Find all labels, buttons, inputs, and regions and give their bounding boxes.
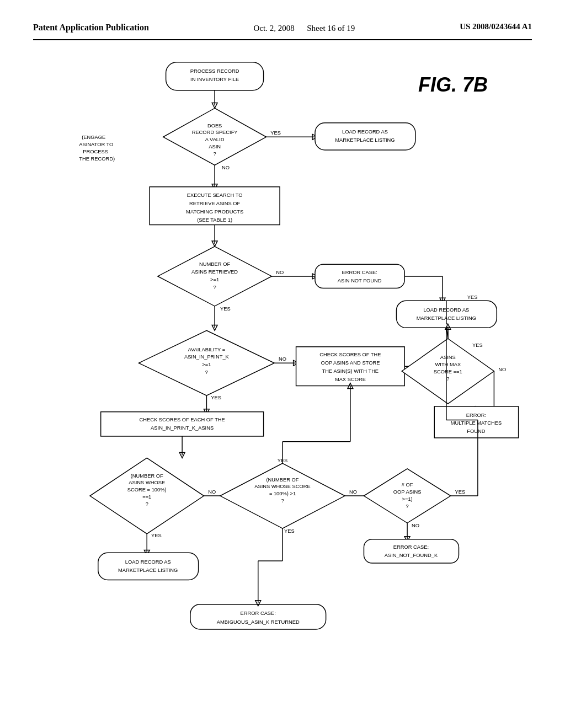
svg-text:NO: NO: [276, 270, 284, 275]
svg-text:ASIN: ASIN: [209, 143, 221, 149]
svg-rect-128: [364, 539, 459, 563]
svg-text:MARKETPLACE LISTING: MARKETPLACE LISTING: [118, 567, 178, 572]
svg-text:THE RECORD): THE RECORD): [79, 156, 115, 161]
svg-text:YES: YES: [467, 295, 478, 300]
svg-text:?: ?: [281, 497, 284, 503]
svg-text:(SEE TABLE 1): (SEE TABLE 1): [197, 217, 232, 222]
svg-text:FOUND: FOUND: [467, 429, 485, 434]
publication-title: Patent Application Publication: [33, 22, 149, 34]
flowchart-area: FIG. 7B text { font-family: Arial, Helve…: [33, 51, 532, 691]
svg-text:(NUMBER OF: (NUMBER OF: [131, 473, 163, 478]
svg-text:ASINATOR TO: ASINATOR TO: [79, 142, 113, 147]
svg-text:YES: YES: [270, 130, 281, 136]
svg-text:YES: YES: [151, 532, 162, 538]
svg-text:MAX SCORE: MAX SCORE: [335, 376, 366, 382]
svg-text:IN INVENTORY FILE: IN INVENTORY FILE: [190, 77, 239, 82]
svg-text:NO: NO: [349, 489, 357, 495]
svg-text:A VALID: A VALID: [205, 137, 225, 142]
svg-text:ASINS WHOSE SCORE: ASINS WHOSE SCORE: [254, 484, 311, 489]
svg-text:ASIN_NOT_FOUND_K: ASIN_NOT_FOUND_K: [385, 553, 438, 558]
svg-text:AVAILABILITY =: AVAILABILITY =: [188, 346, 226, 352]
svg-text:NO: NO: [498, 367, 506, 372]
svg-text:>=1: >=1: [202, 362, 211, 367]
svg-text:PROCESS: PROCESS: [83, 148, 108, 154]
svg-text:THE ASIN(S) WITH THE: THE ASIN(S) WITH THE: [322, 368, 379, 373]
svg-rect-93: [101, 411, 264, 436]
svg-text:ASIN NOT FOUND: ASIN NOT FOUND: [338, 277, 382, 283]
svg-text:PROCESS RECORD: PROCESS RECORD: [190, 68, 239, 74]
header-center: Oct. 2, 2008 Sheet 16 of 19: [254, 22, 355, 35]
svg-text:RECORD SPECIFY: RECORD SPECIFY: [192, 130, 238, 135]
svg-text:ASIN_IN_PRINT_K_ASINS: ASIN_IN_PRINT_K_ASINS: [151, 425, 214, 431]
svg-text:CHECK SCORES OF EACH OF THE: CHECK SCORES OF EACH OF THE: [139, 417, 225, 422]
svg-text:NO: NO: [279, 356, 286, 362]
svg-text:OOP ASINS: OOP ASINS: [393, 489, 422, 495]
svg-text:SCORE ==1: SCORE ==1: [434, 368, 462, 374]
svg-text:NUMBER OF: NUMBER OF: [199, 261, 230, 267]
flowchart-svg: text { font-family: Arial, Helvetica, sa…: [33, 51, 532, 691]
svg-text:ASINS RETRIEVED: ASINS RETRIEVED: [191, 269, 238, 275]
svg-text:?: ?: [214, 151, 216, 156]
svg-text:?: ?: [205, 369, 208, 374]
publication-date: Oct. 2, 2008: [254, 24, 295, 33]
svg-text:LOAD RECORD AS: LOAD RECORD AS: [125, 559, 171, 564]
svg-text:OOP ASINS AND STORE: OOP ASINS AND STORE: [321, 360, 380, 366]
page: Patent Application Publication Oct. 2, 2…: [0, 0, 565, 728]
svg-text:RETRIEVE ASINS OF: RETRIEVE ASINS OF: [189, 201, 241, 206]
svg-text:CHECK SCORES OF THE: CHECK SCORES OF THE: [319, 352, 381, 357]
svg-text:YES: YES: [472, 342, 483, 347]
svg-text:YES: YES: [284, 528, 295, 533]
svg-text:DOES: DOES: [207, 122, 222, 128]
svg-text:>=1: >=1: [210, 276, 219, 282]
svg-text:YES: YES: [455, 489, 466, 495]
svg-text:AMBIGUOUS_ASIN_K RETURNED: AMBIGUOUS_ASIN_K RETURNED: [217, 619, 300, 625]
svg-text:?: ?: [146, 501, 148, 506]
svg-text:EXECUTE SEARCH TO: EXECUTE SEARCH TO: [187, 192, 243, 198]
svg-text:MATCHING PRODUCTS: MATCHING PRODUCTS: [186, 208, 243, 214]
sheet-number: Sheet 16 of 19: [307, 24, 355, 33]
svg-text:>=1): >=1): [402, 496, 413, 501]
patent-number: US 2008/0243644 A1: [460, 22, 532, 31]
svg-text:ASINS: ASINS: [440, 355, 456, 360]
svg-text:ASIN_IN_PRINT_K: ASIN_IN_PRINT_K: [184, 354, 230, 360]
svg-rect-14: [315, 122, 415, 149]
svg-text:ERROR CASE:: ERROR CASE:: [393, 544, 429, 550]
svg-rect-39: [315, 264, 404, 288]
svg-text:ASINS WHOSE: ASINS WHOSE: [129, 480, 165, 485]
svg-rect-142: [190, 604, 326, 629]
svg-text:?: ?: [406, 503, 409, 508]
svg-text:(ENGAGE: (ENGAGE: [82, 135, 105, 140]
svg-text:= 100%) >1: = 100%) >1: [269, 491, 296, 496]
svg-text:LOAD RECORD AS: LOAD RECORD AS: [342, 129, 388, 135]
svg-text:ERROR CASE:: ERROR CASE:: [241, 611, 276, 616]
svg-text:(NUMBER OF: (NUMBER OF: [266, 477, 299, 482]
svg-text:# OF: # OF: [402, 482, 413, 488]
svg-text:ERROR CASE:: ERROR CASE:: [342, 270, 377, 275]
svg-text:ERROR:: ERROR:: [466, 412, 486, 417]
svg-text:MULTIPLE MATCHES: MULTIPLE MATCHES: [451, 420, 502, 426]
svg-text:YES: YES: [220, 306, 231, 311]
svg-text:WITH MAX: WITH MAX: [435, 362, 461, 367]
svg-text:NO: NO: [208, 489, 216, 495]
svg-text:?: ?: [214, 284, 216, 290]
svg-text:YES: YES: [211, 395, 221, 400]
page-header: Patent Application Publication Oct. 2, 2…: [33, 22, 532, 40]
svg-text:NO: NO: [222, 165, 230, 170]
svg-text:MARKETPLACE LISTING: MARKETPLACE LISTING: [335, 137, 395, 143]
svg-text:?: ?: [446, 376, 449, 381]
svg-text:==1: ==1: [142, 494, 151, 500]
svg-text:SCORE = 100%): SCORE = 100%): [127, 487, 167, 493]
svg-text:NO: NO: [412, 523, 419, 528]
svg-rect-134: [98, 553, 199, 580]
